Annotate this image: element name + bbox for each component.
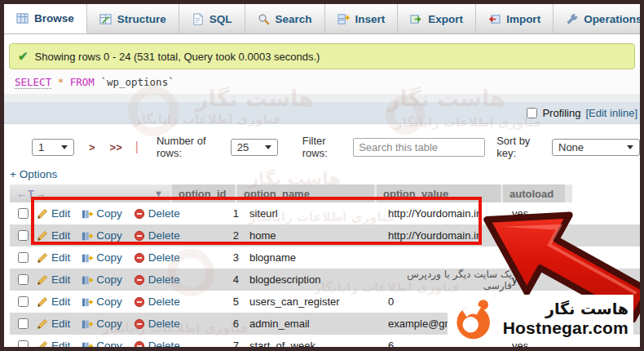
delete-icon: [134, 296, 145, 308]
hostnegar-logo: هاست نگار Hostnegar.com: [448, 295, 633, 344]
pencil-icon: [37, 274, 48, 286]
edit-button[interactable]: Edit: [37, 340, 70, 351]
next-page-link[interactable]: >: [89, 141, 95, 153]
delete-button[interactable]: Delete: [134, 251, 180, 264]
pagination-bar: 1 > >> | Number of rows: 25 Filter rows:…: [32, 136, 640, 158]
copy-button[interactable]: Copy: [82, 295, 122, 308]
row-checkbox[interactable]: [18, 230, 29, 241]
sql-keyword-from: FROM: [70, 76, 95, 88]
table-search-input[interactable]: [353, 138, 485, 157]
number-of-rows-select[interactable]: 25: [231, 139, 278, 156]
column-header-option-name[interactable]: option_name: [237, 184, 374, 202]
tab-sql[interactable]: SQL: [179, 4, 245, 33]
toolbar-spacer: [4, 94, 640, 102]
delete-button[interactable]: Delete: [134, 295, 180, 308]
tab-structure[interactable]: Structure: [87, 4, 179, 33]
number-of-rows-value: 25: [237, 141, 249, 153]
row-checkbox[interactable]: [18, 296, 29, 307]
row-checkbox[interactable]: [18, 318, 29, 329]
query-toolbar: Profiling [Edit inline]: [4, 102, 640, 124]
hostnegar-domain: Hostnegar.com: [503, 318, 629, 338]
column-reorder-control[interactable]: ←T→ ▼: [10, 184, 170, 202]
tab-operations[interactable]: Operations: [554, 4, 644, 33]
copy-button[interactable]: Copy: [82, 340, 122, 351]
profiling-checkbox[interactable]: [527, 108, 537, 118]
tab-export[interactable]: Export: [398, 4, 476, 33]
cell-autoload: yes: [512, 207, 574, 220]
delete-button[interactable]: Delete: [134, 229, 180, 242]
structure-icon: [99, 13, 112, 25]
sort-descending-icon: ▼: [154, 189, 163, 198]
row-checkbox[interactable]: [18, 208, 29, 219]
delete-button[interactable]: Delete: [134, 318, 180, 330]
edit-button[interactable]: Edit: [37, 295, 70, 308]
row-checkbox[interactable]: [18, 252, 29, 263]
row-checkbox[interactable]: [18, 340, 29, 351]
page-select[interactable]: 1: [32, 139, 74, 156]
sort-by-key-select[interactable]: None: [552, 139, 640, 156]
edit-inline-link[interactable]: [Edit inline]: [585, 107, 637, 119]
cell-option-value: یک سایت دیگر با وردپرس فارسی: [388, 269, 512, 291]
copy-icon: [82, 318, 93, 330]
pencil-icon: [37, 208, 48, 220]
sort-by-key-value: None: [558, 141, 584, 153]
copy-icon: [82, 252, 93, 264]
cell-option-value: http://Yourdomain.ir: [388, 207, 512, 220]
delete-button[interactable]: Delete: [134, 340, 180, 351]
tab-browse[interactable]: Browse: [4, 4, 87, 33]
copy-icon: [82, 274, 93, 286]
tab-import[interactable]: Import: [476, 4, 554, 33]
pencil-icon: [37, 296, 48, 308]
copy-button[interactable]: Copy: [82, 207, 122, 220]
sql-star: *: [58, 76, 64, 88]
copy-button[interactable]: Copy: [82, 251, 122, 264]
cell-option-name: users_can_register: [249, 295, 388, 308]
operations-wrench-icon: [566, 13, 578, 25]
tab-label: Insert: [355, 13, 386, 25]
pencil-icon: [37, 340, 48, 351]
table-tab-bar: Browse Structure SQL Search Insert Expor…: [4, 4, 640, 34]
edit-button[interactable]: Edit: [37, 318, 70, 330]
sql-icon: [192, 13, 204, 25]
cell-option-value: http://Yourdomain.ir: [388, 229, 512, 242]
options-toggle[interactable]: + Options: [10, 168, 57, 180]
tab-search[interactable]: Search: [245, 4, 325, 33]
cell-option-id: 3: [206, 251, 239, 264]
edit-button[interactable]: Edit: [37, 207, 70, 220]
import-icon: [488, 13, 501, 25]
cell-option-id: 7: [206, 340, 239, 351]
tab-label: Export: [428, 13, 463, 25]
pencil-icon: [37, 252, 48, 264]
cell-autoload: yes: [512, 273, 574, 286]
row-checkbox[interactable]: [18, 274, 29, 285]
edit-button[interactable]: Edit: [37, 251, 70, 264]
edit-button[interactable]: Edit: [37, 273, 70, 286]
cell-option-name: admin_email: [249, 318, 388, 330]
delete-icon: [134, 340, 145, 351]
delete-button[interactable]: Delete: [134, 273, 180, 286]
cell-option-id: 6: [206, 318, 239, 330]
table-row: Edit Copy Delete 1 siteurl http://Yourdo…: [10, 202, 640, 224]
last-page-link[interactable]: >>: [110, 141, 122, 153]
copy-button[interactable]: Copy: [82, 318, 122, 330]
grid-header-row: ←T→ ▼ option_id option_name option_value…: [10, 184, 572, 202]
tab-insert[interactable]: Insert: [325, 4, 399, 33]
column-header-option-value[interactable]: option_value: [377, 184, 501, 202]
chevron-down-icon: [265, 145, 271, 149]
tab-label: Structure: [117, 13, 166, 25]
table-row: Edit Copy Delete 3 blogname: [10, 247, 640, 269]
search-icon: [258, 13, 270, 25]
delete-button[interactable]: Delete: [134, 207, 180, 220]
cell-option-name: siteurl: [249, 207, 388, 220]
column-header-option-id[interactable]: option_id: [172, 184, 235, 202]
number-of-rows-label: Number of rows:: [157, 135, 223, 159]
edit-button[interactable]: Edit: [37, 229, 70, 242]
column-header-autoload[interactable]: autoload: [503, 184, 565, 202]
chevron-down-icon: [61, 145, 68, 149]
pencil-icon: [37, 318, 48, 330]
tab-label: Browse: [34, 12, 74, 24]
copy-button[interactable]: Copy: [82, 229, 122, 242]
copy-button[interactable]: Copy: [82, 273, 122, 286]
delete-icon: [134, 318, 145, 330]
hostnegar-name-fa: هاست نگار: [545, 300, 629, 318]
